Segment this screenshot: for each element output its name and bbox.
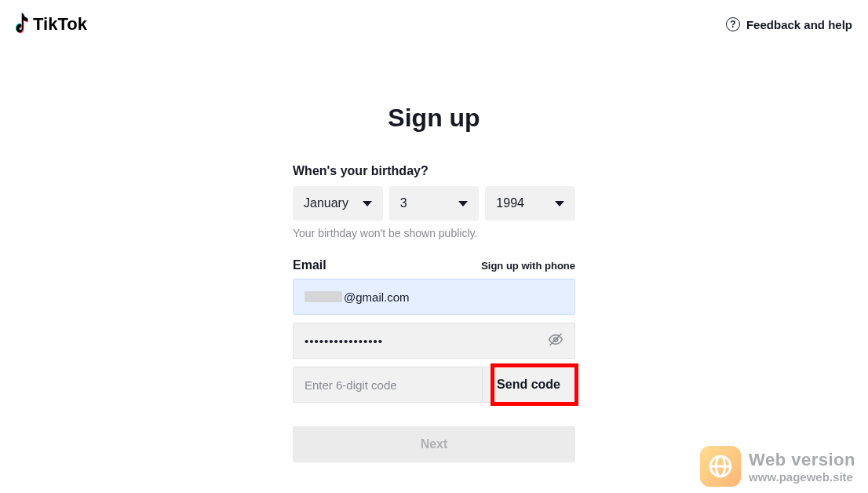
- help-label: Feedback and help: [746, 18, 852, 31]
- day-value: 3: [400, 196, 407, 210]
- signup-form: Sign up When's your birthday? January 3 …: [293, 104, 575, 493]
- email-label: Email: [293, 258, 326, 272]
- year-value: 1994: [496, 196, 524, 210]
- globe-icon: [700, 446, 741, 487]
- birthday-hint: Your birthday won't be shown publicly.: [293, 227, 575, 239]
- year-select[interactable]: 1994: [485, 186, 575, 221]
- password-value: ••••••••••••••••: [305, 334, 383, 348]
- birthday-label: When's your birthday?: [293, 164, 575, 178]
- next-button[interactable]: Next: [293, 426, 575, 462]
- watermark-title: Web version: [749, 450, 855, 470]
- feedback-help-link[interactable]: ? Feedback and help: [726, 17, 852, 31]
- caret-down-icon: [363, 201, 372, 206]
- header: TikTok ? Feedback and help: [0, 0, 868, 49]
- svg-text:TikTok: TikTok: [33, 14, 88, 34]
- birthday-selects: January 3 1994: [293, 186, 575, 221]
- eye-off-icon[interactable]: [548, 332, 563, 350]
- watermark-url: www.pageweb.site: [749, 470, 855, 484]
- code-row: Send code: [293, 367, 575, 403]
- signup-with-phone-link[interactable]: Sign up with phone: [481, 260, 575, 272]
- month-select[interactable]: January: [293, 186, 383, 221]
- email-field[interactable]: @gmail.com: [293, 279, 575, 315]
- email-value: @gmail.com: [344, 290, 410, 304]
- tiktok-logo[interactable]: TikTok: [16, 11, 108, 38]
- day-select[interactable]: 3: [389, 186, 480, 221]
- caret-down-icon: [458, 201, 468, 206]
- month-value: January: [304, 196, 348, 210]
- password-field[interactable]: ••••••••••••••••: [293, 323, 575, 359]
- redacted-email-prefix: [305, 291, 342, 302]
- send-code-button[interactable]: Send code: [483, 367, 575, 403]
- help-icon: ?: [726, 17, 740, 31]
- code-input[interactable]: [305, 378, 471, 392]
- page-title: Sign up: [293, 104, 575, 133]
- caret-down-icon: [555, 201, 564, 206]
- code-field[interactable]: [293, 367, 483, 403]
- watermark: Web version www.pageweb.site: [700, 446, 855, 487]
